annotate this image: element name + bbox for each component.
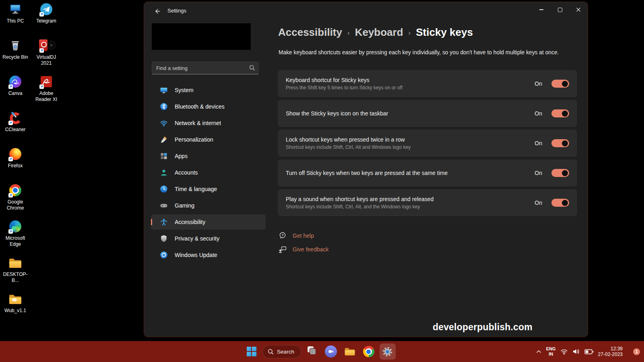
file-explorer-button[interactable] [342, 343, 358, 360]
person-icon [160, 169, 168, 177]
start-button[interactable] [244, 343, 260, 360]
toggle-knob [562, 170, 568, 176]
breadcrumb-sticky-keys: Sticky keys [416, 26, 473, 39]
turn-off-two-keys-toggle[interactable] [551, 169, 569, 177]
breadcrumb-keyboard[interactable]: Keyboard [355, 26, 403, 39]
chevron-right-icon: › [409, 29, 411, 37]
desktop: This PC Telegram ♻ Recycle Bin [0, 0, 68, 338]
desktop-icon-recycle-bin[interactable]: ♻ Recycle Bin [0, 39, 31, 60]
desktop-icon-canva[interactable]: Canva [0, 75, 31, 97]
notification-badge[interactable]: 1 [633, 348, 640, 355]
setting-subtitle: Press the Shift key 5 times to turn Stic… [286, 85, 535, 90]
sidebar-item-label: Personalization [175, 136, 213, 143]
setting-title: Keyboard shortcut for Sticky keys [286, 77, 535, 83]
taskbar-search[interactable]: Search [262, 345, 301, 358]
chrome-button[interactable] [361, 343, 377, 360]
sidebar-item-label: Windows Update [175, 252, 217, 258]
close-button[interactable] [569, 2, 588, 17]
desktop-icon-google-chrome[interactable]: Google Chrome [0, 183, 31, 211]
recycle-bin-icon: ♻ [0, 39, 31, 53]
sidebar-item-privacy-security[interactable]: Privacy & security [151, 231, 266, 246]
desktop-icon-this-pc[interactable]: This PC [0, 2, 31, 24]
sidebar-item-gaming[interactable]: Gaming [151, 198, 266, 213]
chat-button[interactable] [323, 343, 339, 360]
shortcut-arrow-icon [8, 157, 13, 161]
desktop-icon-label: This PC [0, 18, 31, 24]
sidebar-item-windows-update[interactable]: Windows Update [151, 247, 266, 263]
apps-icon [160, 152, 168, 160]
volume-icon[interactable] [572, 348, 580, 355]
sidebar-item-system[interactable]: System [151, 82, 266, 98]
desktop-icon-firefox[interactable]: Firefox [0, 147, 31, 169]
desktop-icon-label: Wub_v1.1 [0, 308, 31, 314]
give-feedback-row[interactable]: Give feedback [278, 243, 329, 256]
screen: This PC Telegram ♻ Recycle Bin [0, 0, 644, 362]
paintbrush-icon [160, 136, 168, 144]
ccleaner-icon [0, 111, 31, 125]
sidebar-item-accessibility[interactable]: Accessibility [151, 214, 266, 230]
desktop-icon-virtualdj[interactable]: VirtualDJ 2021 [31, 39, 62, 66]
sidebar-item-network-internet[interactable]: Network & internet [151, 115, 266, 131]
shortcut-arrow-icon [8, 229, 13, 234]
sidebar-item-time-language[interactable]: Time & language [151, 181, 266, 197]
taskbar-icon-toggle[interactable] [551, 109, 569, 117]
language-indicator[interactable]: ENG IN [546, 346, 556, 357]
shortcut-arrow-icon [39, 48, 44, 53]
breadcrumb: Accessibility › Keyboard › Sticky keys [278, 26, 473, 39]
chrome-icon [363, 346, 374, 357]
toggle-knob [562, 111, 568, 117]
redacted-account-region [152, 23, 251, 50]
main-content: Accessibility › Keyboard › Sticky keys M… [278, 21, 577, 337]
search-input[interactable] [152, 62, 258, 74]
breadcrumb-accessibility[interactable]: Accessibility [278, 26, 342, 39]
task-view-button[interactable] [304, 343, 320, 360]
shortcut-arrow-icon [8, 193, 13, 197]
desktop-icon-label: Adobe Reader XI [31, 90, 62, 103]
desktop-icon-adobe-reader[interactable]: Adobe Reader XI [31, 75, 62, 103]
sidebar-item-label: Accessibility [175, 219, 205, 225]
setting-row-taskbar-icon: Show the Sticky keys icon on the taskbar… [278, 100, 577, 127]
desktop-icon-telegram[interactable]: Telegram [31, 2, 62, 24]
keyboard-shortcut-toggle[interactable] [551, 80, 569, 88]
lock-shortcut-keys-toggle[interactable] [551, 139, 569, 147]
clock[interactable]: 12:39 27-02-2023 [598, 346, 623, 357]
chevron-up-icon[interactable] [536, 349, 542, 354]
shortcut-arrow-icon [8, 84, 13, 89]
give-feedback-link[interactable]: Give feedback [293, 246, 329, 253]
get-help-link[interactable]: Get help [293, 232, 314, 239]
settings-list: Keyboard shortcut for Sticky keys Press … [278, 70, 577, 219]
desktop-icon-label: Firefox [0, 163, 31, 169]
wifi-icon[interactable] [560, 349, 568, 355]
settings-app-button[interactable] [380, 343, 396, 360]
play-sound-toggle[interactable] [551, 199, 569, 207]
desktop-icon-microsoft-edge[interactable]: Microsoft Edge [0, 220, 31, 247]
telegram-icon [31, 2, 62, 17]
desktop-icon-ccleaner[interactable]: CCleaner [0, 111, 31, 133]
minimize-button[interactable] [532, 2, 551, 17]
sidebar-item-bluetooth-devices[interactable]: Bluetooth & devices [151, 99, 266, 114]
watermark: developerpublish.com [433, 322, 533, 333]
desktop-icon-wub-folder[interactable]: Wub_v1.1 [0, 292, 31, 314]
setting-title: Play a sound when shortcut keys are pres… [286, 196, 535, 202]
sidebar-item-label: Network & internet [175, 120, 221, 126]
battery-icon[interactable] [584, 349, 594, 355]
toggle-knob [562, 200, 568, 206]
setting-title: Show the Sticky keys icon on the taskbar [286, 110, 535, 117]
search-icon [268, 349, 274, 355]
toggle-state-label: On [535, 170, 542, 176]
sidebar-item-label: Apps [175, 153, 188, 159]
window-title: Settings [167, 8, 186, 14]
get-help-row[interactable]: ? Get help [278, 229, 329, 243]
svg-text:♻: ♻ [13, 44, 17, 49]
sidebar-item-personalization[interactable]: Personalization [151, 132, 266, 147]
desktop-icon-desktop-folder[interactable]: DESKTOP-B... [0, 256, 31, 284]
maximize-button[interactable] [551, 2, 569, 17]
firefox-icon [0, 147, 31, 162]
give-feedback-icon [278, 245, 287, 254]
toggle-state-label: On [535, 80, 542, 87]
close-icon [576, 7, 581, 12]
sidebar-item-apps[interactable]: Apps [151, 148, 266, 164]
sidebar-item-accounts[interactable]: Accounts [151, 165, 266, 180]
shortcut-arrow-icon [39, 12, 44, 16]
back-button[interactable] [151, 6, 163, 16]
